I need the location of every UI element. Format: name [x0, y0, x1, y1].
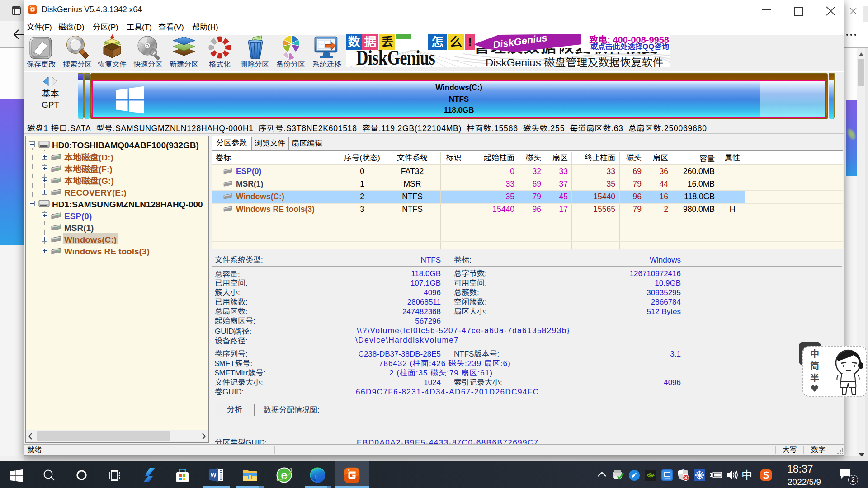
svg-text:intel: intel	[665, 477, 670, 480]
